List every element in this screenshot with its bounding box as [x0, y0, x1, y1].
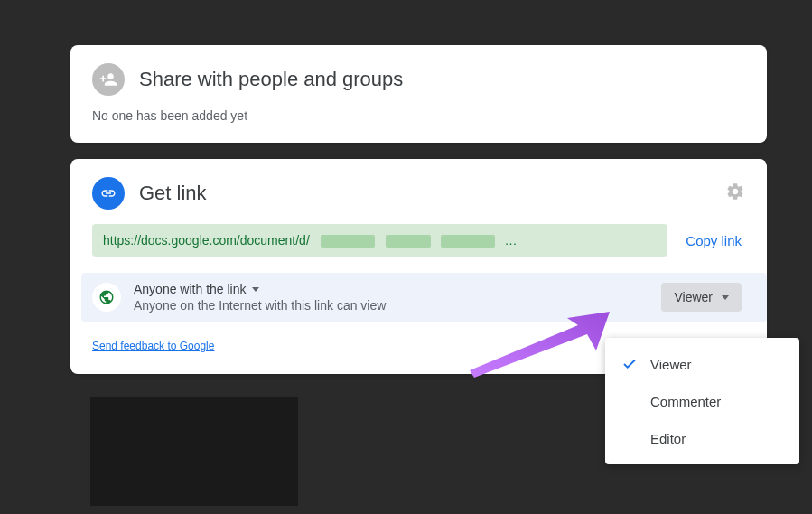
- access-row: Anyone with the link Anyone on the Inter…: [81, 273, 767, 322]
- role-selected-label: Viewer: [674, 290, 713, 304]
- link-icon: [92, 177, 125, 210]
- chevron-down-icon: [722, 295, 729, 300]
- url-redacted: [386, 235, 431, 248]
- add-people-icon: [92, 63, 125, 96]
- share-people-card: Share with people and groups No one has …: [70, 45, 767, 143]
- role-option-label: Editor: [650, 431, 686, 446]
- chevron-down-icon: [252, 287, 259, 292]
- role-dropdown-menu: Viewer Commenter Editor: [605, 338, 799, 464]
- url-redacted: [321, 235, 375, 248]
- url-text: https://docs.google.com/document/d/: [103, 233, 310, 248]
- role-option-label: Viewer: [650, 357, 692, 372]
- role-option-commenter[interactable]: Commenter: [605, 383, 799, 420]
- background-image: [90, 397, 298, 506]
- settings-gear-icon[interactable]: [725, 182, 745, 205]
- role-dropdown-button[interactable]: Viewer: [661, 283, 742, 312]
- share-empty-text: No one has been added yet: [92, 108, 745, 123]
- globe-icon: [92, 283, 121, 312]
- url-redacted: [441, 235, 495, 248]
- link-title: Get link: [139, 182, 207, 205]
- share-header: Share with people and groups: [92, 63, 745, 96]
- role-option-label: Commenter: [650, 394, 721, 409]
- url-ellipsis: …: [504, 233, 517, 248]
- check-icon: [621, 356, 638, 372]
- access-title: Anyone with the link: [134, 282, 247, 296]
- access-text-group: Anyone with the link Anyone on the Inter…: [134, 282, 649, 313]
- share-title: Share with people and groups: [139, 68, 403, 91]
- access-scope-dropdown[interactable]: Anyone with the link: [134, 282, 649, 296]
- copy-link-button[interactable]: Copy link: [686, 233, 745, 248]
- role-option-viewer[interactable]: Viewer: [605, 345, 799, 383]
- role-option-editor[interactable]: Editor: [605, 420, 799, 457]
- link-header: Get link: [92, 177, 745, 210]
- url-row: https://docs.google.com/document/d/ … Co…: [92, 224, 745, 257]
- access-description: Anyone on the Internet with this link ca…: [134, 298, 649, 313]
- url-display[interactable]: https://docs.google.com/document/d/ …: [92, 224, 667, 257]
